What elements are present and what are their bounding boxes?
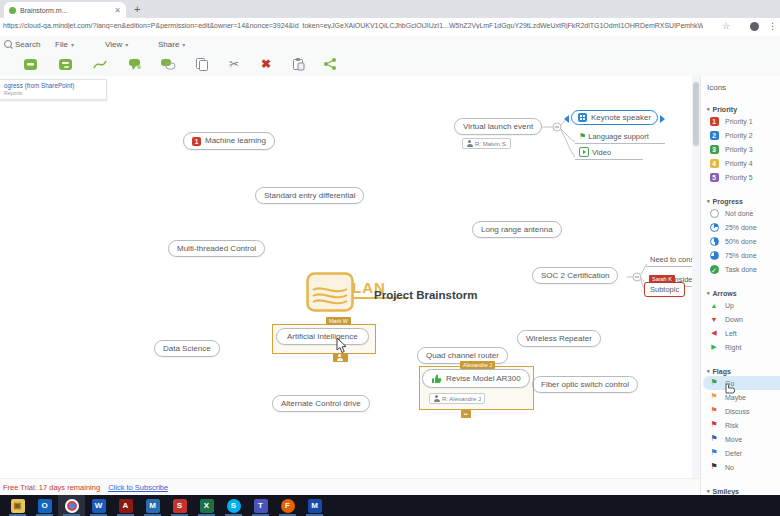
collapse-triangle-icon[interactable]: ▾ [707,290,710,296]
mouse-cursor [336,338,348,354]
topic-fiber-optic-switch-control[interactable]: Fiber optic switch control [532,376,638,393]
sidebar-item-75-done[interactable]: 75% done [707,248,780,262]
sidebar-item-flag-discuss[interactable]: ⚑Discuss [707,404,780,418]
topic-data-science[interactable]: Data Science [154,340,220,357]
sidebar-item-priority-4[interactable]: 4Priority 4 [707,156,780,170]
section-arrows[interactable]: ▾Arrows [707,288,780,298]
view-menu[interactable]: View▾ [105,40,128,49]
resource-tag-alexandre[interactable]: R: Alexandre J [429,393,485,404]
section-flags[interactable]: ▾Flags [707,366,780,376]
popup-subtitle: Reports [4,90,102,96]
taskbar-firefox-icon[interactable]: F [274,495,301,516]
collapse-triangle-icon[interactable]: ▾ [707,106,710,112]
section-priority[interactable]: ▾Priority [707,104,780,114]
sidebar-item-priority-1[interactable]: 1Priority 1 [707,114,780,128]
taskbar-file-explorer-icon[interactable]: ▣ [4,495,31,516]
topic-wireless-repeater[interactable]: Wireless Repeater [517,330,601,347]
bookmark-star-icon[interactable]: ☆ [722,21,730,31]
tab-close-icon[interactable]: ✕ [114,6,121,15]
mindmap-canvas[interactable]: 1Machine learning Standard entry differe… [0,76,692,478]
file-menu[interactable]: File▾ [55,40,74,49]
topic-need-to-consider[interactable]: Need to consider [646,254,692,267]
topic-language-support[interactable]: ⚑ Language support [575,131,665,144]
sidebar-item-priority-5[interactable]: 5Priority 5 [707,170,780,184]
topic-alternate-control-drive[interactable]: Alternate Control drive [272,395,370,412]
taskbar-mindmanager-icon[interactable]: M [301,495,328,516]
boundary-icon[interactable] [160,56,176,72]
cut-icon[interactable]: ✂ [226,56,242,72]
selection-left-handle[interactable] [564,115,569,123]
sidebar-item-not-done[interactable]: Not done [707,206,780,220]
topic-long-range-antenna[interactable]: Long range antenna [472,221,562,238]
section-progress[interactable]: ▾Progress [707,196,780,206]
sidebar-item-priority-3[interactable]: 3Priority 3 [707,142,780,156]
new-tab-button[interactable]: + [134,3,140,15]
share-menu[interactable]: Share▾ [158,40,185,49]
topic-video[interactable]: Video [575,146,643,160]
topic-subtopic[interactable]: Subtopic [644,282,685,297]
topic-multi-threaded-control[interactable]: Multi-threaded Control [168,240,265,257]
sidebar-item-flag-maybe[interactable]: ⚑Maybe [707,390,780,404]
callout-icon[interactable] [127,56,143,72]
topic-keynote-speaker-selected[interactable]: Keynote speaker [571,110,658,125]
sidebar-item-arrow-up[interactable]: ▲Up [707,298,780,312]
new-topic-icon[interactable] [22,56,38,72]
selection-right-handle[interactable] [660,115,665,123]
profile-avatar-icon[interactable] [750,22,759,31]
taskbar-sharepoint-icon[interactable]: S [166,495,193,516]
topic-machine-learning[interactable]: 1Machine learning [183,132,275,150]
browser-tab[interactable]: Brainstorm.m... ✕ [4,2,126,18]
search-menu[interactable]: Search [4,40,40,49]
copy-icon[interactable] [194,56,210,72]
relationship-icon[interactable] [92,56,108,72]
topic-standard-entry-differential[interactable]: Standard entry differential [255,187,364,204]
sidebar-item-priority-2[interactable]: 2Priority 2 [707,128,780,142]
browser-menu-icon[interactable]: ⋮ [768,21,777,31]
sidebar-item-flag-risk[interactable]: ⚑Risk [707,418,780,432]
taskbar-mindmanager-classic-icon[interactable]: M [139,495,166,516]
sidebar-item-arrow-left[interactable]: ◀Left [707,326,780,340]
item-label: Priority 3 [725,146,753,153]
sidebar-item-arrow-right[interactable]: ▶Right [707,340,780,354]
topic-soc2-certification[interactable]: SOC 2 Certification [532,267,618,284]
topic-artificial-intelligence[interactable]: Artificial Intelligence [276,328,369,345]
sidebar-item-flag-go[interactable]: ⚑Go [703,376,780,390]
status-bar: Free Trial: 17 days remaining Click to S… [0,478,700,495]
priority-1-icon: 1 [710,117,719,126]
collapse-triangle-icon[interactable]: ▾ [707,368,710,374]
central-topic-title[interactable]: Project Brainstorm [374,289,478,301]
sidebar-item-task-done[interactable]: ✓Task done [707,262,780,276]
share-icon[interactable] [322,56,338,72]
resource-tag-malvin[interactable]: R: Malvin S. [462,138,511,149]
topic-revise-model-ar300[interactable]: Revise Model AR300 [422,369,530,388]
new-subtopic-icon[interactable] [57,56,73,72]
trial-status-text: Free Trial: 17 days remaining [3,483,100,492]
vertical-scrollbar-thumb[interactable] [693,82,699,146]
keynote-icon [578,113,587,122]
browser-url-bar[interactable]: https://cloud-qa.mindjet.com/?lang=en&ed… [0,18,780,37]
collapse-triangle-icon[interactable]: ▾ [707,198,710,204]
sidebar-item-50-done[interactable]: 50% done [707,234,780,248]
taskbar-acrobat-icon[interactable]: A [112,495,139,516]
taskbar-teams-icon[interactable]: T [247,495,274,516]
delete-icon[interactable]: ✖ [258,56,274,72]
item-label: Defer [725,450,742,457]
taskbar-chrome-icon[interactable] [58,495,85,516]
paste-icon[interactable] [290,56,306,72]
subscribe-link[interactable]: Click to Subscribe [108,483,168,492]
priority-2-icon: 2 [710,131,719,140]
url-text[interactable]: https://cloud-qa.mindjet.com/?lang=en&ed… [3,22,703,29]
taskbar-word-icon[interactable]: W [85,495,112,516]
collapse-triangle-icon[interactable]: ▾ [707,488,710,494]
taskbar-excel-icon[interactable]: X [193,495,220,516]
sidebar-item-arrow-down[interactable]: ▼Down [707,312,780,326]
topic-virtual-launch-event[interactable]: Virtual launch event [454,118,542,135]
sidebar-item-25-done[interactable]: 25% done [707,220,780,234]
taskbar-outlook-icon[interactable]: O [31,495,58,516]
sidebar-item-flag-no[interactable]: ⚑No [707,460,780,474]
app-window: Brainstorm.m... ✕ + https://cloud-qa.min… [0,0,780,516]
item-label: Not done [725,210,753,217]
sidebar-item-flag-defer[interactable]: ⚑Defer [707,446,780,460]
sidebar-item-flag-move[interactable]: ⚑Move [707,432,780,446]
taskbar-skype-icon[interactable]: S [220,495,247,516]
